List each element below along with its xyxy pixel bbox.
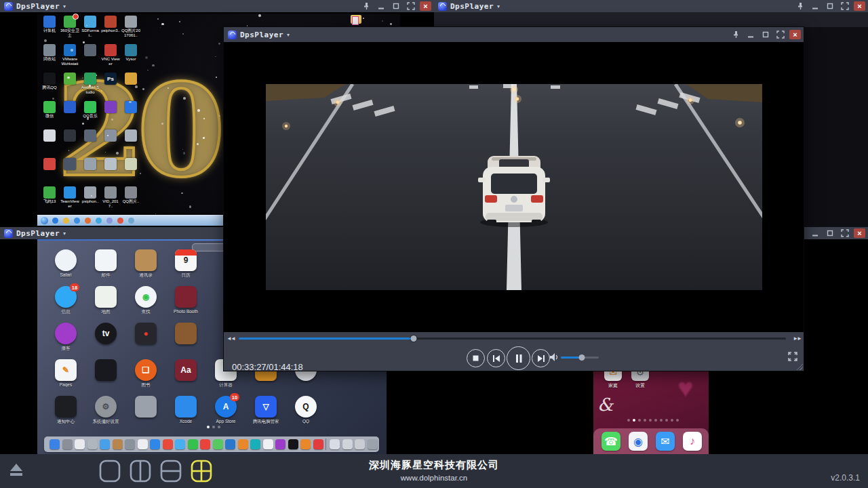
window-title[interactable]: DpsPlayer [16, 229, 60, 238]
minimize-button[interactable] [375, 1, 387, 11]
desktop-icon [40, 158, 59, 170]
dock-icon [200, 439, 210, 449]
active-player-window[interactable]: DpsPlayer ▾ × [224, 27, 804, 371]
mac-app-icon-image: ⚙ [95, 396, 117, 418]
snow-dot [52, 98, 55, 100]
maximize-button[interactable] [824, 228, 835, 238]
desktop-icon-image [84, 158, 96, 170]
desktop-icon [60, 129, 79, 142]
maximize-button[interactable] [824, 1, 835, 11]
forward-button[interactable]: ►► [790, 336, 804, 342]
mac-app-icon-image: 9 [175, 249, 197, 271]
seek-row: ◄◄ ►► [224, 332, 804, 344]
fullscreen-button[interactable] [774, 30, 786, 39]
volume-handle[interactable] [578, 354, 585, 361]
minimize-button[interactable] [745, 30, 756, 39]
dropdown-caret-icon[interactable]: ▾ [287, 32, 290, 38]
fullscreen-button[interactable] [839, 228, 850, 238]
mac-app-icon: QQQ [292, 396, 319, 424]
mac-app-icon-image: tv [95, 323, 117, 344]
mac-app-icon-label: 日历 [172, 272, 199, 277]
video-fullscreen-button[interactable] [787, 351, 798, 365]
desktop-icon-image [104, 101, 117, 113]
desktop-icon: Android Studio [81, 73, 100, 95]
video-display-area[interactable] [224, 42, 804, 332]
pin-button[interactable] [360, 1, 372, 11]
dock-icon [275, 439, 285, 449]
maximize-button[interactable] [390, 1, 401, 11]
mac-app-icon-image: Aa [175, 359, 197, 381]
mac-app-icon-image [55, 249, 77, 271]
close-button[interactable]: × [420, 1, 431, 11]
close-button[interactable]: × [789, 30, 801, 39]
dropdown-caret-icon[interactable]: ▾ [63, 230, 66, 237]
dock-icon [263, 439, 273, 449]
mac-app-icon: ● [132, 323, 159, 344]
calendar-red-strip [175, 249, 197, 256]
taskbar-icon [52, 218, 58, 224]
ios-page-dots [627, 419, 679, 422]
volume-slider[interactable] [561, 357, 599, 359]
desktop-icon-image [43, 158, 56, 170]
mac-app-icon-label: App Store [212, 419, 239, 424]
app-logo-icon [4, 2, 13, 11]
pane-titlebar[interactable]: DpsPlayer ▾ × [434, 0, 868, 12]
mac-app-icon-image [175, 323, 197, 344]
close-button[interactable]: × [854, 228, 865, 238]
window-title[interactable]: DpsPlayer [16, 2, 60, 11]
desktop-icon: Ps [101, 73, 120, 85]
desktop-icon-image [125, 186, 137, 199]
pause-button[interactable] [507, 346, 530, 370]
desktop-icon-image [84, 129, 96, 142]
dock-icon [50, 439, 60, 449]
maximize-button[interactable] [760, 30, 771, 39]
minimize-button[interactable] [809, 1, 821, 11]
mac-app-icon-label: Pages [52, 382, 79, 387]
icon-glyph: ♪ [690, 435, 695, 447]
desktop-icon: VMware Workstation [60, 44, 79, 66]
window-title[interactable]: DpsPlayer [240, 30, 283, 39]
start-orb-icon [41, 217, 48, 224]
seek-bar[interactable] [239, 338, 786, 340]
rewind-button[interactable]: ◄◄ [224, 336, 237, 342]
dropdown-caret-icon[interactable]: ▾ [63, 3, 66, 9]
desktop-icon-label: QQ音乐 [81, 114, 100, 119]
desktop-icon-image [64, 158, 76, 170]
snow-dot [390, 23, 392, 25]
dropdown-caret-icon[interactable]: ▾ [497, 3, 500, 9]
window-title[interactable]: DpsPlayer [450, 2, 494, 11]
seek-handle[interactable] [411, 336, 417, 342]
snow-dot [179, 21, 180, 22]
previous-button[interactable] [487, 349, 505, 367]
taskbar-icon [63, 218, 69, 224]
resize-grip[interactable] [796, 363, 803, 370]
ios-dock: ☎◉✉♪ [593, 428, 709, 454]
desktop-icon-label: 腾讯QQ [40, 85, 59, 90]
desktop-icon [40, 129, 59, 142]
pane-titlebar[interactable]: DpsPlayer ▾ × [0, 0, 434, 12]
minimize-button[interactable] [809, 228, 821, 238]
volume-icon[interactable] [549, 352, 559, 365]
icon-glyph: ☎ [604, 435, 618, 448]
window-controls: × [794, 1, 865, 11]
ios-dock-icon: ♪ [683, 432, 702, 451]
snow-dot [129, 101, 131, 103]
icon-glyph: A [223, 402, 229, 411]
mac-app-icon-image: ● [135, 323, 157, 344]
pin-button[interactable] [730, 30, 741, 39]
fullscreen-button[interactable] [839, 1, 850, 11]
mac-app-icon-label: Xcode [172, 419, 199, 424]
icon-glyph: ✎ [62, 365, 69, 375]
stop-button[interactable] [467, 349, 485, 367]
dock-icon [150, 439, 160, 449]
icon-glyph: Aa [180, 365, 191, 375]
active-player-titlebar[interactable]: DpsPlayer ▾ × [224, 27, 804, 42]
close-button[interactable]: × [854, 1, 865, 11]
desktop-icon-image [43, 129, 56, 142]
mac-app-icon-image: ❏ [135, 359, 157, 381]
pin-button[interactable] [794, 1, 806, 11]
next-button[interactable] [532, 349, 550, 367]
mac-app-icon-label: 信息 [52, 309, 79, 314]
mac-app-icon: Xcode [172, 396, 199, 424]
fullscreen-button[interactable] [405, 1, 416, 11]
